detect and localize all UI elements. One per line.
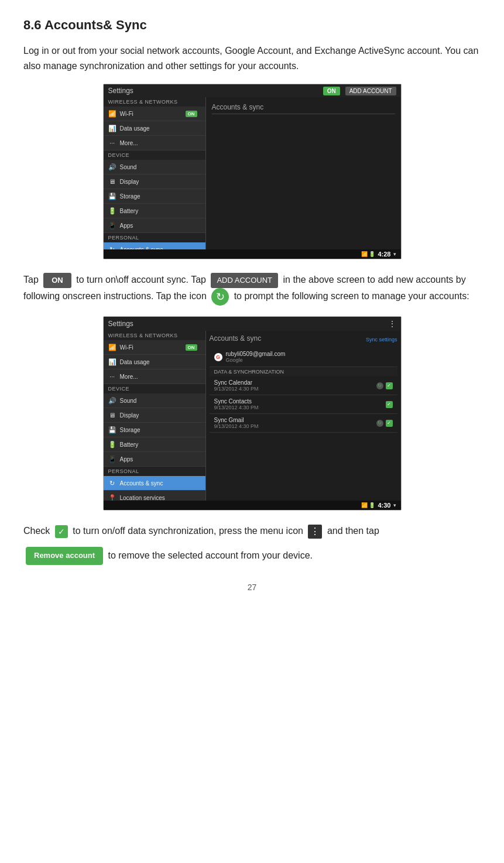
settings-topbar-1: Settings ON ADD ACCOUNT (104, 84, 401, 97)
sync-calendar-icons: ↻ ✓ (376, 382, 393, 389)
menu-item-more-1[interactable]: ··· More... (104, 136, 205, 150)
section-device-label-1: DEVICE (104, 150, 205, 160)
check-text-2: to turn on/off data synchronization, pre… (73, 526, 306, 536)
account-row[interactable]: G rubyli0509@gmail.com Google (210, 347, 397, 367)
menu-item-battery-2[interactable]: 🔋 Battery (104, 437, 205, 452)
page-number: 27 (23, 583, 481, 592)
remove-paragraph: Remove account to remove the selected ac… (23, 547, 481, 565)
datausage-label-1: Data usage (120, 125, 150, 132)
menu-item-datausage-1[interactable]: 📊 Data usage (104, 121, 205, 136)
sync-calendar-info: Sync Calendar 9/13/2012 4:30 PM (214, 379, 259, 392)
menu-item-accounts-2[interactable]: ↻ Accounts & sync (104, 476, 205, 491)
menu-item-wifi-2[interactable]: 📶 Wi-Fi ON (104, 340, 205, 355)
menu-item-storage-2[interactable]: 💾 Storage (104, 423, 205, 437)
topbar-right-1: ON ADD ACCOUNT (323, 87, 396, 94)
section-wireless-label-1: WIRELESS & NETWORKS (104, 97, 205, 107)
status-icons-2: 📶 🔋 (361, 502, 376, 508)
check-text-3: and then tap (327, 526, 379, 536)
account-type: Google (226, 357, 286, 363)
menu-item-wifi-1[interactable]: 📶 Wi-Fi ON (104, 107, 205, 121)
menu-item-apps-1[interactable]: 📱 Apps (104, 218, 205, 233)
accounts-icon-2: ↻ (108, 479, 116, 487)
menu-item-display-2[interactable]: 🖥 Display (104, 408, 205, 423)
menu-item-apps-2[interactable]: 📱 Apps (104, 452, 205, 467)
sync-check-cal[interactable]: ✓ (386, 382, 393, 389)
remove-account-button[interactable]: Remove account (26, 547, 103, 565)
sync-gmail-icons: ↻ ✓ (376, 420, 393, 427)
display-icon-2: 🖥 (108, 411, 116, 419)
settings-title-1: Settings (108, 87, 133, 95)
tap-text-4: to prompt the following screen to manage… (234, 292, 469, 302)
sync-contacts-icons: ✓ (386, 401, 393, 408)
apps-label-1: Apps (120, 222, 133, 229)
sync-item-contacts[interactable]: Sync Contacts 9/13/2012 4:30 PM ✓ (210, 395, 397, 414)
apps-icon-2: 📱 (108, 455, 116, 463)
sync-item-gmail[interactable]: Sync Gmail 9/13/2012 4:30 PM ↻ ✓ (210, 414, 397, 433)
signal-icon-1: ▾ (393, 251, 396, 257)
sync-item-calendar[interactable]: Sync Calendar 9/13/2012 4:30 PM ↻ ✓ (210, 376, 397, 395)
inline-add-account-button[interactable]: ADD ACCOUNT (211, 273, 278, 289)
account-info: rubyli0509@gmail.com Google (226, 351, 286, 363)
sync-check-contacts[interactable]: ✓ (386, 401, 393, 408)
wifi-on-btn-1[interactable]: ON (186, 111, 197, 117)
sound-icon-1: 🔊 (108, 163, 116, 171)
menu-dots-icon[interactable]: ⋮ (388, 319, 396, 328)
section-personal-label-2: PERSONAL (104, 467, 205, 476)
sync-calendar-title: Sync Calendar (214, 379, 259, 386)
google-icon: G (214, 353, 222, 361)
more-icon-1: ··· (108, 139, 116, 147)
storage-icon-1: 💾 (108, 192, 116, 200)
battery-label-1: Battery (120, 208, 139, 214)
sync-calendar-date: 9/13/2012 4:30 PM (214, 386, 259, 392)
apps-label-2: Apps (120, 456, 133, 463)
menu-item-more-2[interactable]: ··· More... (104, 369, 205, 384)
settings-left-menu-1: WIRELESS & NETWORKS 📶 Wi-Fi ON 📊 Data us… (104, 97, 206, 249)
menu-item-display-1[interactable]: 🖥 Display (104, 174, 205, 189)
inline-menu-dots-icon (308, 525, 322, 539)
screenshot-2: Settings ⋮ WIRELESS & NETWORKS 📶 Wi-Fi O… (23, 316, 481, 511)
sync-settings-link[interactable]: Sync settings (366, 337, 397, 343)
sound-label-2: Sound (120, 398, 137, 404)
settings-topbar-2: Settings ⋮ (104, 317, 401, 331)
menu-item-accounts-1[interactable]: ↻ Accounts & sync (104, 242, 205, 249)
time-display-2: 4:30 (378, 502, 390, 509)
add-account-button-1[interactable]: ADD ACCOUNT (345, 87, 396, 95)
inline-checkbox-icon (55, 525, 68, 538)
section-wireless-label-2: WIRELESS & NETWORKS (104, 331, 205, 340)
sync-contacts-info: Sync Contacts 9/13/2012 4:30 PM (214, 398, 259, 410)
wifi-label-2: Wi-Fi (120, 344, 133, 351)
tap-paragraph: Tap ON to turn on\off account sync. Tap … (23, 272, 481, 306)
settings-body-2: WIRELESS & NETWORKS 📶 Wi-Fi ON 📊 Data us… (104, 331, 401, 501)
menu-item-location-2[interactable]: 📍 Location services (104, 491, 205, 501)
signal-icon-2: ▾ (393, 502, 396, 508)
on-button-1[interactable]: ON (323, 87, 340, 95)
sync-contacts-title: Sync Contacts (214, 398, 259, 405)
menu-item-storage-1[interactable]: 💾 Storage (104, 189, 205, 204)
inline-sync-icon (211, 288, 229, 306)
tap-text-1: Tap (23, 275, 41, 285)
menu-item-datausage-2[interactable]: 📊 Data usage (104, 355, 205, 369)
storage-icon-2: 💾 (108, 426, 116, 434)
settings-screen-content-1: Settings ON ADD ACCOUNT WIRELESS & NETWO… (104, 84, 401, 259)
menu-item-sound-2[interactable]: 🔊 Sound (104, 393, 205, 408)
wifi-on-btn-2[interactable]: ON (186, 344, 197, 351)
settings-body-1: WIRELESS & NETWORKS 📶 Wi-Fi ON 📊 Data us… (104, 97, 401, 249)
data-sync-label: DATA & SYNCHRONIZATION (210, 367, 397, 376)
battery-icon-2: 🔋 (108, 440, 116, 448)
location-label-2: Location services (120, 495, 165, 501)
display-label-2: Display (120, 412, 139, 419)
remove-text: to remove the selected account from your… (108, 550, 313, 560)
display-label-1: Display (120, 179, 139, 185)
inline-on-button[interactable]: ON (43, 273, 71, 289)
topbar-right-2: ⋮ (388, 319, 396, 328)
menu-item-battery-1[interactable]: 🔋 Battery (104, 204, 205, 218)
storage-label-1: Storage (120, 193, 140, 200)
sync-contacts-date: 9/13/2012 4:30 PM (214, 405, 259, 410)
time-display-1: 4:28 (378, 251, 390, 258)
menu-item-sound-1[interactable]: 🔊 Sound (104, 160, 205, 174)
sync-refresh-icon-cal: ↻ (376, 382, 383, 389)
display-icon-1: 🖥 (108, 177, 116, 186)
settings-screen-2: Settings ⋮ WIRELESS & NETWORKS 📶 Wi-Fi O… (103, 316, 402, 511)
sync-check-gmail[interactable]: ✓ (386, 420, 393, 427)
more-label-2: More... (120, 374, 138, 380)
